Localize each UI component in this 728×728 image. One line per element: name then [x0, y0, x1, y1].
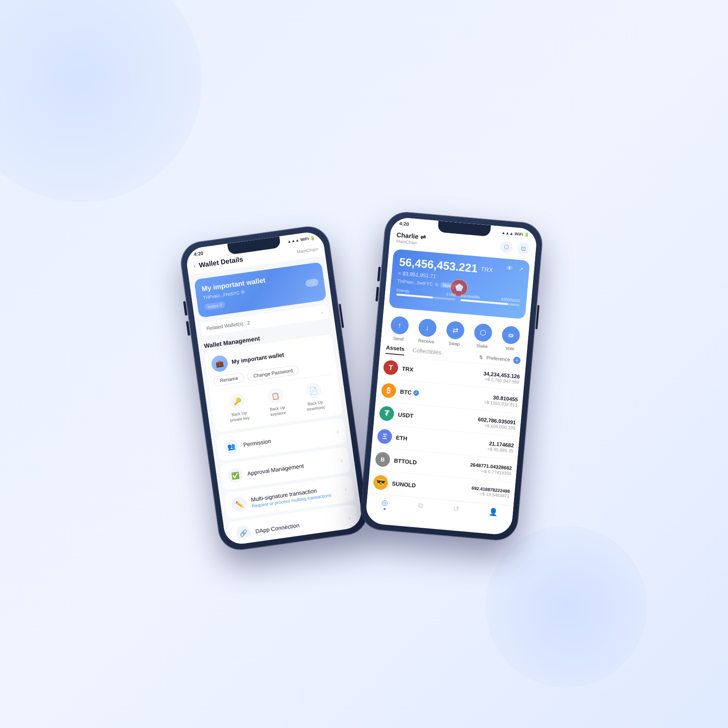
tab-collectibles[interactable]: Collectibles: [412, 347, 442, 358]
backup-private-key-label: Back Upprivate key: [229, 410, 250, 423]
volume-up-button[interactable]: [183, 301, 188, 315]
preference-icon: ⇅: [479, 354, 483, 360]
swap-icon: ⇄: [446, 321, 465, 340]
asset-list: T TRX 34,234,453.126 ≈$ 2,760,842.982 ₿: [368, 355, 525, 506]
bttold-name: BTTOLD: [394, 457, 470, 470]
add-asset-button[interactable]: +: [513, 356, 521, 364]
receive-icon: ↓: [418, 318, 437, 338]
balance-card: 👁 ↗ 56,456,453.221 TRX ≈ $3,951,951.71 T…: [389, 249, 530, 319]
usdt-name: USDT: [398, 411, 478, 425]
backup-mnemonic-icon: 📄: [305, 382, 322, 399]
right-time: 4:20: [399, 220, 409, 227]
multisig-icon: ✏️: [231, 496, 248, 512]
volume-down-button[interactable]: [186, 321, 190, 336]
receive-action[interactable]: ↓ Receive: [417, 318, 437, 345]
approval-icon: ✅: [227, 467, 244, 484]
permission-title: Permission: [243, 429, 332, 448]
nav-assets[interactable]: ◎: [381, 498, 388, 510]
bandwidth-resource: Bandwidth 4000/5000: [460, 293, 520, 306]
left-time: 4:20: [193, 250, 204, 257]
send-action[interactable]: ↑ Send: [389, 316, 409, 342]
preference-label[interactable]: Preference: [486, 355, 510, 362]
send-label: Send: [393, 336, 404, 341]
tab-assets[interactable]: Assets: [385, 344, 405, 356]
stake-icon: ⬡: [474, 323, 493, 343]
btc-values: 30.810455 ≈$ 1555,934.813: [484, 394, 518, 407]
backup-mnemonic[interactable]: 📄 Back Upmnemonic: [303, 381, 326, 412]
backup-keystore-icon: 📋: [267, 387, 284, 404]
vote-action[interactable]: 🎟 Vote: [501, 326, 521, 352]
nav-profile-icon: 👤: [489, 507, 498, 517]
energy-resource: Energy 37/60: [396, 288, 456, 301]
wallet-name-label: My important wallet: [231, 345, 328, 365]
r-power-button[interactable]: [535, 305, 540, 329]
eth-name: ETH: [396, 434, 488, 449]
back-button[interactable]: ‹: [193, 262, 197, 270]
dapp-icon: 🔗: [235, 525, 252, 541]
related-wallets-label: Related Wallet(s) : 2: [206, 320, 250, 332]
nav-assets-dot: [383, 508, 385, 510]
backup-private-key-icon: 🔑: [229, 392, 246, 410]
approval-title: Approval Management: [247, 458, 336, 477]
bttold-values: 2648771.04328662 ≈$ 6.77419355: [470, 462, 512, 476]
sunold-values: 692.418878222498 ≈$ 13.5483871: [471, 485, 510, 498]
r-volume-up-button[interactable]: [377, 267, 381, 281]
eth-values: 21.174682 ≈$ 85,885.35: [487, 440, 514, 453]
multisig-arrow: ›: [344, 485, 347, 493]
user-info: Charlie ⇌ MainChain: [396, 231, 426, 246]
expand-icon[interactable]: ↗: [518, 266, 524, 273]
eth-icon: Ξ: [377, 429, 393, 444]
backup-keystore[interactable]: 📋 Back Upkeystore: [267, 387, 286, 417]
swap-label: Swap: [449, 341, 460, 346]
nav-assets-icon: ◎: [381, 498, 389, 507]
page-title: Wallet Details: [199, 255, 244, 269]
rename-button[interactable]: Rename: [213, 372, 245, 386]
change-password-button[interactable]: Change Password: [247, 365, 299, 382]
btc-verified-badge: ✓: [413, 390, 419, 396]
header-icons: ⬡ ⊡: [500, 240, 530, 255]
dapp-arrow: ›: [348, 514, 351, 522]
right-screen: Charlie ⇌ MainChain ⬡ ⊡ 👁 ↗ 56,456,453.2…: [366, 227, 537, 530]
swap-action[interactable]: ⇄ Swap: [445, 321, 465, 347]
vote-icon: 🎟: [502, 326, 521, 345]
chain-label: MainChain: [296, 246, 318, 254]
backup-row: 🔑 Back Upprivate key 📋 Back Upkeystore 📄…: [216, 379, 336, 426]
left-screen: ‹ Wallet Details MainChain My important …: [186, 241, 363, 540]
right-status-icons: ▲▲▲ WiFi 🔋: [502, 230, 529, 237]
permission-icon: 👥: [223, 438, 239, 455]
wallet-icon: 💼: [210, 354, 229, 372]
usdt-icon: ₮: [379, 406, 395, 421]
stake-action[interactable]: ⬡ Stake: [473, 323, 493, 349]
nav-collectibles-icon: ⧉: [418, 501, 424, 510]
related-wallets-arrow[interactable]: ›: [321, 310, 323, 315]
nav-collectibles[interactable]: ⧉: [417, 501, 423, 513]
nav-history-icon: ↺: [453, 504, 459, 514]
copy-icon[interactable]: ⧉: [241, 289, 245, 295]
receive-icon[interactable]: ⬡: [500, 240, 513, 254]
phones-container: 4:20 ▲▲▲ WiFi 🔋 ‹ Wallet Details MainCha…: [198, 221, 530, 540]
backup-private-key[interactable]: 🔑 Back Upprivate key: [226, 392, 250, 423]
sunold-name: SUNOLD: [392, 480, 472, 493]
permission-arrow: ›: [336, 428, 339, 436]
nav-profile[interactable]: 👤: [488, 507, 498, 520]
preference-area: ⇅ Preference +: [479, 353, 521, 364]
backup-mnemonic-label: Back Upmnemonic: [306, 399, 326, 412]
bttold-icon: B: [375, 452, 391, 468]
management-card: 💼 My important wallet Rename Change Pass…: [204, 334, 343, 432]
scan-icon[interactable]: ⊡: [517, 242, 530, 255]
vote-label: Vote: [505, 345, 514, 351]
send-icon: ↑: [390, 316, 409, 335]
btc-name: BTC ✓: [400, 388, 485, 402]
left-phone: 4:20 ▲▲▲ WiFi 🔋 ‹ Wallet Details MainCha…: [178, 224, 370, 552]
wallet-toggle[interactable]: [305, 278, 319, 287]
nav-history[interactable]: ↺: [453, 504, 459, 516]
hide-balance-icon[interactable]: 👁: [506, 265, 514, 272]
power-button[interactable]: [339, 304, 344, 328]
trx-values: 34,234,453.126 ≈$ 2,760,842.982: [483, 370, 520, 384]
address-copy-icon[interactable]: ⧉: [435, 282, 438, 288]
stake-label: Stake: [476, 343, 488, 349]
sunold-icon: 😎: [373, 474, 389, 490]
btc-icon: ₿: [381, 383, 397, 398]
r-volume-down-button[interactable]: [375, 287, 379, 301]
approval-arrow: ›: [340, 457, 343, 464]
